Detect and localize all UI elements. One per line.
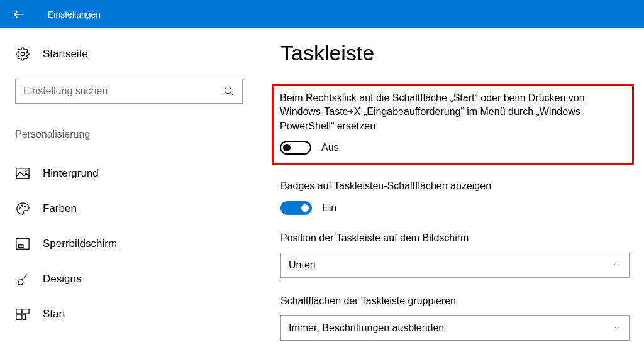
home-link[interactable]: Startseite xyxy=(15,47,243,61)
chevron-down-icon xyxy=(613,261,621,270)
badges-toggle-state: Ein xyxy=(322,202,336,214)
section-label: Personalisierung xyxy=(15,129,243,140)
sidebar-item-themes[interactable]: Designs xyxy=(15,261,243,297)
svg-line-3 xyxy=(230,92,233,96)
svg-rect-13 xyxy=(16,315,21,319)
svg-rect-10 xyxy=(19,245,23,248)
search-input[interactable] xyxy=(23,85,223,97)
back-button[interactable] xyxy=(0,0,38,28)
highlighted-setting: Beim Rechtsklick auf die Schaltfläche „S… xyxy=(272,84,634,165)
powershell-toggle[interactable] xyxy=(280,141,311,155)
sidebar-item-label: Hintergrund xyxy=(43,167,99,180)
grouping-dropdown[interactable]: Immer, Beschriftungen ausblenden xyxy=(280,315,630,341)
position-dropdown-value: Unten xyxy=(289,260,316,271)
sidebar-item-label: Farben xyxy=(43,202,77,215)
sidebar-item-label: Sperrbildschirm xyxy=(43,238,117,250)
powershell-setting-label: Beim Rechtsklick auf die Schaltfläche „S… xyxy=(280,91,626,133)
titlebar: Einstellungen xyxy=(0,0,644,28)
grouping-setting-label: Schaltflächen der Taskleiste gruppieren xyxy=(280,294,631,308)
picture-icon xyxy=(15,167,30,180)
svg-point-7 xyxy=(21,205,23,206)
sidebar-item-start[interactable]: Start xyxy=(15,297,243,332)
palette-icon xyxy=(15,202,30,216)
svg-point-2 xyxy=(225,87,231,94)
svg-rect-4 xyxy=(16,168,29,179)
svg-rect-14 xyxy=(23,315,26,319)
grouping-dropdown-value: Immer, Beschriftungen ausblenden xyxy=(289,322,444,334)
sidebar: Startseite Personalisierung Hintergrund xyxy=(0,28,258,362)
position-dropdown[interactable]: Unten xyxy=(280,253,630,278)
search-input-container[interactable] xyxy=(15,79,243,104)
gear-icon xyxy=(15,47,30,61)
brush-icon xyxy=(15,272,30,286)
position-setting-label: Position der Taskleiste auf dem Bildschi… xyxy=(280,231,631,245)
sidebar-item-colors[interactable]: Farben xyxy=(15,191,243,226)
powershell-toggle-state: Aus xyxy=(321,142,339,153)
svg-rect-11 xyxy=(16,309,21,314)
sidebar-item-background[interactable]: Hintergrund xyxy=(15,156,243,191)
page-title: Taskleiste xyxy=(280,41,631,65)
toggle-knob xyxy=(301,204,309,212)
start-icon xyxy=(15,308,30,321)
svg-rect-12 xyxy=(23,309,29,314)
search-icon xyxy=(223,85,235,97)
chevron-down-icon xyxy=(613,324,621,332)
svg-point-5 xyxy=(25,170,26,172)
svg-point-6 xyxy=(19,207,21,208)
main-panel: Taskleiste Beim Rechtsklick auf die Scha… xyxy=(258,28,644,362)
lockscreen-icon xyxy=(15,238,30,250)
sidebar-item-label: Designs xyxy=(43,273,81,285)
window-title: Einstellungen xyxy=(48,9,101,19)
toggle-knob xyxy=(283,144,291,151)
sidebar-item-label: Start xyxy=(43,308,65,321)
back-arrow-icon xyxy=(12,8,26,21)
home-label: Startseite xyxy=(43,48,88,60)
sidebar-item-lockscreen[interactable]: Sperrbildschirm xyxy=(15,226,243,261)
badges-setting-label: Badges auf Taskleisten-Schaltflächen anz… xyxy=(280,179,631,193)
svg-point-8 xyxy=(25,206,26,207)
svg-point-1 xyxy=(21,52,25,56)
badges-toggle[interactable] xyxy=(280,201,312,215)
